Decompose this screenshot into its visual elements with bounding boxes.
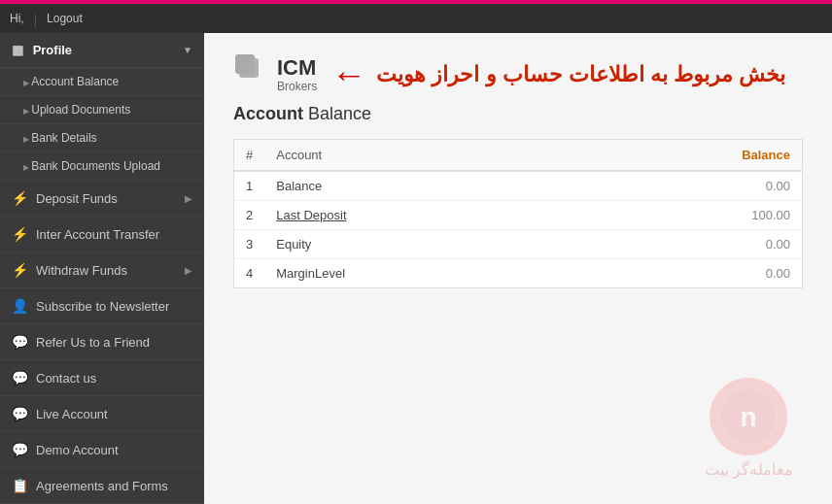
- svg-text:n: n: [741, 402, 757, 432]
- sidebar-sub-upload-documents[interactable]: Upload Documents: [0, 96, 204, 124]
- subscribe-icon: 👤: [12, 298, 28, 314]
- profile-arrow: ▼: [183, 45, 192, 55]
- persian-banner-text: بخش مربوط به اطلاعات حساب و احراز هویت: [376, 62, 785, 87]
- live-icon: 💬: [12, 406, 28, 421]
- logo-banner-row: ICM Brokers ← بخش مربوط به اطلاعات حساب …: [233, 52, 803, 96]
- col-num: #: [234, 140, 265, 172]
- sidebar-item-demo-account[interactable]: 💬 Demo Account: [0, 432, 204, 468]
- row-account: Last Deposit: [264, 201, 568, 230]
- demo-icon: 💬: [12, 442, 28, 457]
- withdraw-icon: ⚡: [12, 262, 28, 278]
- watermark-logo-circle: n: [710, 378, 787, 455]
- withdraw-arrow: ▶: [185, 265, 192, 276]
- sidebar-item-agreements[interactable]: 📋 Agreements and Forms: [0, 468, 204, 504]
- deposit-icon: ⚡: [12, 190, 28, 206]
- top-bar: Hi, | Logout: [0, 4, 832, 33]
- logo-brokers-text: Brokers: [277, 81, 317, 92]
- row-balance: 100.00: [568, 201, 802, 230]
- sidebar-profile-header[interactable]: ▦ Profile ▼: [0, 33, 204, 68]
- svg-rect-1: [239, 58, 259, 78]
- agreements-icon: 📋: [12, 478, 28, 493]
- row-num: 1: [234, 171, 265, 201]
- account-balance-heading: Account Balance: [233, 104, 803, 124]
- watermark-text: معامله‌گر بیت: [705, 460, 793, 479]
- row-balance: 0.00: [568, 259, 802, 288]
- row-balance: 0.00: [568, 171, 802, 201]
- top-bar-divider: |: [34, 12, 37, 26]
- transfer-icon: ⚡: [12, 226, 28, 242]
- logout-button[interactable]: Logout: [47, 12, 83, 25]
- sidebar-item-subscribe[interactable]: 👤 Subscribe to Newsletter: [0, 288, 204, 324]
- refer-icon: 💬: [12, 334, 28, 350]
- top-bar-user: Hi,: [10, 12, 24, 25]
- col-balance: Balance: [568, 140, 802, 172]
- col-account: Account: [264, 140, 568, 172]
- balance-table: # Account Balance 1Balance0.002Last Depo…: [233, 139, 803, 288]
- sidebar-item-inter-account-transfer[interactable]: ⚡ Inter Account Transfer: [0, 217, 204, 252]
- table-row: 3Equity0.00: [234, 230, 803, 259]
- row-num: 3: [234, 230, 265, 259]
- heading-normal: Balance: [303, 104, 371, 123]
- sidebar-item-withdraw-funds[interactable]: ⚡ Withdraw Funds ▶: [0, 252, 204, 288]
- logo-icm-text: ICM: [277, 56, 317, 80]
- sidebar-item-live-account[interactable]: 💬 Live Account: [0, 396, 204, 432]
- sidebar-item-deposit-funds[interactable]: ⚡ Deposit Funds ▶: [0, 181, 204, 217]
- row-balance: 0.00: [568, 230, 802, 259]
- table-row: 2Last Deposit100.00: [234, 201, 803, 230]
- sidebar-item-refer[interactable]: 💬 Refer Us to a Friend: [0, 324, 204, 360]
- icm-logo-icon: [233, 52, 277, 96]
- sidebar-sub-bank-documents[interactable]: Bank Documents Upload: [0, 152, 204, 181]
- table-row: 1Balance0.00: [234, 171, 803, 201]
- sidebar-sub-bank-details[interactable]: Bank Details: [0, 124, 204, 152]
- row-num: 2: [234, 201, 265, 230]
- row-account: MarginLevel: [264, 259, 568, 288]
- content-area: ICM Brokers ← بخش مربوط به اطلاعات حساب …: [204, 33, 832, 504]
- row-num: 4: [234, 259, 265, 288]
- sidebar-sub-account-balance[interactable]: Account Balance: [0, 68, 204, 96]
- profile-label: Profile: [33, 43, 72, 57]
- table-row: 4MarginLevel0.00: [234, 259, 803, 288]
- heading-bold: Account: [233, 104, 303, 123]
- contact-icon: 💬: [12, 370, 28, 386]
- deposit-arrow: ▶: [185, 193, 192, 204]
- icm-logo: ICM Brokers: [233, 52, 317, 96]
- watermark: n معامله‌گر بیت: [705, 378, 793, 479]
- row-account: Balance: [264, 171, 568, 201]
- sidebar: ▦ Profile ▼ Account Balance Upload Docum…: [0, 33, 204, 504]
- red-arrow: ←: [331, 57, 366, 92]
- sidebar-item-contact[interactable]: 💬 Contact us: [0, 360, 204, 396]
- grid-icon: ▦: [12, 43, 23, 57]
- row-account: Equity: [264, 230, 568, 259]
